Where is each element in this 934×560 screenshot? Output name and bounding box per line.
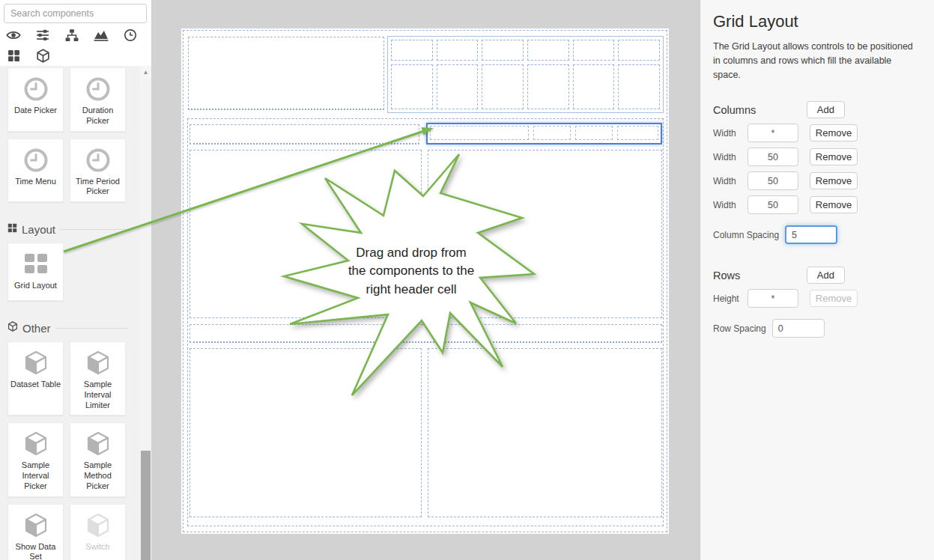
nested-grid-cell[interactable] — [573, 64, 615, 109]
cube-icon — [83, 429, 113, 459]
panel-title: Grid Layout — [713, 12, 934, 31]
row2-header-band[interactable] — [189, 324, 662, 343]
column-width-input[interactable] — [747, 147, 798, 166]
remove-row-button: Remove — [810, 290, 858, 307]
cube-icon — [7, 321, 18, 335]
component-label: Dataset Table — [10, 380, 61, 390]
design-canvas-page[interactable] — [181, 28, 669, 534]
nested-grid-cell[interactable] — [527, 40, 569, 61]
section-label: Layout — [22, 223, 55, 236]
row2-content-left-cell[interactable] — [189, 348, 422, 517]
selected-cell-subcolumn[interactable] — [430, 126, 529, 140]
nested-grid-cell[interactable] — [573, 40, 615, 61]
row-spacing-label: Row Spacing — [713, 323, 766, 334]
nested-grid-cell[interactable] — [527, 64, 569, 109]
section-header-layout: Layout — [7, 222, 128, 236]
nested-grid-cell[interactable] — [437, 64, 479, 109]
section-label: Other — [22, 322, 51, 335]
component-list: Date Picker Duration Picker Time Menu — [0, 66, 140, 560]
palette-scrollbar[interactable]: ▲ — [140, 66, 151, 560]
cube-icon — [21, 429, 51, 459]
nested-grid-cell[interactable] — [391, 64, 433, 109]
row1-header-left-cell[interactable] — [189, 124, 419, 144]
column-width-input[interactable] — [747, 171, 798, 190]
area-chart-icon[interactable] — [94, 28, 109, 43]
width-label: Width — [713, 176, 747, 186]
nested-grid-cell[interactable] — [482, 64, 524, 109]
row2-content-right-cell[interactable] — [428, 348, 662, 517]
remove-column-button[interactable]: Remove — [810, 148, 858, 165]
component-card-sample-method-picker[interactable]: Sample Method Picker — [70, 422, 126, 496]
category-toolbar-row1 — [6, 28, 138, 43]
height-label: Height — [713, 293, 747, 304]
component-card-show-data-set[interactable]: Show Data Set — [7, 504, 64, 560]
component-card-sample-interval-limiter[interactable]: Sample Interval Limiter — [70, 341, 126, 416]
nested-grid-cell[interactable] — [618, 40, 660, 61]
row1-content-right-cell[interactable] — [428, 150, 662, 318]
hierarchy-icon[interactable] — [64, 28, 79, 43]
row-height-input[interactable] — [747, 289, 798, 308]
scroll-up-arrow-icon[interactable]: ▲ — [140, 66, 151, 79]
search-input[interactable] — [4, 4, 147, 23]
panel-description: The Grid Layout allows controls to be po… — [713, 40, 921, 82]
remove-column-button[interactable]: Remove — [810, 172, 858, 189]
selected-cell-subcolumn[interactable] — [617, 126, 658, 140]
scrollbar-thumb[interactable] — [141, 451, 151, 560]
component-card-time-menu[interactable]: Time Menu — [7, 139, 64, 203]
nested-grid-cell[interactable] — [618, 64, 660, 109]
row-spacing-row: Row Spacing — [713, 319, 934, 338]
section-divider — [55, 328, 128, 329]
column-spacing-input[interactable] — [785, 225, 837, 244]
component-card-sample-interval-picker[interactable]: Sample Interval Picker — [7, 422, 64, 496]
app-window: Date Picker Duration Picker Time Menu — [0, 0, 934, 560]
grid-layout-icon — [22, 249, 50, 279]
eye-icon[interactable] — [6, 28, 21, 43]
width-label: Width — [713, 128, 747, 139]
sliders-icon[interactable] — [35, 28, 50, 43]
component-label: Time Period Picker — [72, 177, 124, 198]
component-label: Sample Method Picker — [72, 460, 124, 491]
component-card-duration-picker[interactable]: Duration Picker — [70, 67, 126, 132]
column-spacing-row: Column Spacing — [713, 225, 934, 244]
top-band-left-cell[interactable] — [188, 37, 384, 110]
row-spacing-input[interactable] — [772, 319, 825, 338]
selected-cell-subcolumn[interactable] — [575, 126, 613, 140]
component-card-date-picker[interactable]: Date Picker — [7, 67, 64, 132]
cube-icon[interactable] — [35, 48, 50, 63]
columns-label: Columns — [713, 104, 756, 116]
component-palette: Date Picker Duration Picker Time Menu — [0, 0, 151, 560]
width-label: Width — [713, 200, 747, 210]
add-row-button[interactable]: Add — [807, 267, 845, 284]
cube-icon — [21, 511, 51, 541]
component-card-dataset-table[interactable]: Dataset Table — [7, 341, 64, 416]
component-label: Date Picker — [14, 106, 57, 116]
top-band-nested-grid[interactable] — [387, 36, 664, 113]
add-column-button[interactable]: Add — [807, 101, 845, 118]
row1-header-right-cell-selected[interactable] — [426, 123, 662, 144]
component-card-grid-layout[interactable]: Grid Layout — [7, 243, 64, 301]
clock-icon[interactable] — [123, 28, 138, 43]
selected-cell-subcolumn[interactable] — [533, 126, 571, 140]
cube-icon — [21, 348, 51, 378]
width-label: Width — [713, 152, 747, 162]
nested-grid-cell[interactable] — [482, 40, 524, 61]
column-width-row: Width Remove — [713, 147, 934, 166]
remove-column-button[interactable]: Remove — [810, 124, 858, 141]
column-width-row: Width Remove — [713, 124, 934, 142]
column-width-row: Width Remove — [713, 171, 934, 190]
remove-column-button[interactable]: Remove — [810, 196, 858, 213]
column-width-row: Width Remove — [713, 195, 934, 214]
cube-icon — [83, 511, 113, 541]
nested-grid-cell[interactable] — [437, 40, 479, 61]
clock-icon — [85, 74, 112, 104]
component-label: Time Menu — [15, 177, 56, 187]
column-width-input[interactable] — [747, 195, 798, 214]
nested-grid-cell[interactable] — [391, 40, 433, 61]
column-width-input[interactable] — [747, 124, 798, 142]
row1-content-left-cell[interactable] — [189, 150, 422, 318]
properties-panel: Grid Layout The Grid Layout allows contr… — [700, 0, 934, 560]
columns-section-header: Columns Add — [713, 101, 934, 118]
component-card-time-period-picker[interactable]: Time Period Picker — [70, 139, 126, 203]
grid-icon — [7, 222, 17, 236]
grid-icon[interactable] — [6, 48, 21, 63]
